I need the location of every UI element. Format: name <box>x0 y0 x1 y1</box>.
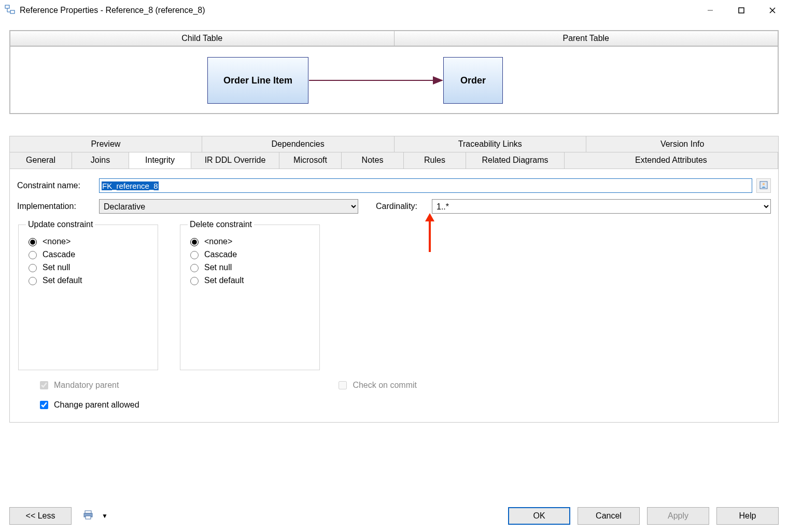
svg-rect-1 <box>10 10 15 13</box>
relation-arrow-icon <box>10 47 778 113</box>
svg-rect-0 <box>5 5 9 8</box>
mandatory-parent-checkbox: Mandatory parent <box>38 380 119 391</box>
svg-point-8 <box>763 183 765 185</box>
app-icon <box>4 4 16 17</box>
tab-dependencies[interactable]: Dependencies <box>202 136 395 152</box>
integrity-tab-body: Constraint name: FK_reference_8 Implem <box>9 169 779 423</box>
apply-button: Apply <box>647 507 709 525</box>
minimize-button[interactable] <box>695 0 726 21</box>
child-entity-box[interactable]: Order Line Item <box>207 57 308 104</box>
user-icon <box>759 181 768 191</box>
check-on-commit-checkbox: Check on commit <box>336 380 417 391</box>
tab-ir-ddl-override[interactable]: IR DDL Override <box>191 152 279 169</box>
delete-cascade-radio[interactable]: Cascade <box>188 249 312 259</box>
print-button[interactable] <box>81 509 95 523</box>
titlebar: Reference Properties - Reference_8 (refe… <box>0 0 788 21</box>
svg-rect-3 <box>739 8 744 13</box>
delete-setdefault-radio[interactable]: Set default <box>188 275 312 285</box>
tab-preview[interactable]: Preview <box>10 136 202 152</box>
help-button[interactable]: Help <box>716 507 779 525</box>
window-title: Reference Properties - Reference_8 (refe… <box>20 6 205 15</box>
cancel-button[interactable]: Cancel <box>578 507 640 525</box>
update-constraint-legend: Update constraint <box>26 220 95 229</box>
change-parent-allowed-checkbox[interactable]: Change parent allowed <box>38 399 771 411</box>
svg-rect-12 <box>86 516 91 519</box>
child-table-header: Child Table <box>10 31 395 46</box>
dialog-footer: << Less ▼ OK Cancel Apply Help <box>0 502 788 532</box>
tab-notes[interactable]: Notes <box>342 152 404 169</box>
relation-header: Child Table Parent Table <box>9 30 779 47</box>
implementation-label: Implementation: <box>17 202 95 211</box>
tab-row-1: Preview Dependencies Traceability Links … <box>9 136 779 152</box>
close-button[interactable] <box>757 0 788 21</box>
tab-microsoft[interactable]: Microsoft <box>279 152 342 169</box>
tab-extended-attributes[interactable]: Extended Attributes <box>565 152 778 169</box>
cardinality-select[interactable]: 1..* <box>432 199 771 214</box>
tab-rules[interactable]: Rules <box>404 152 466 169</box>
tab-integrity[interactable]: Integrity <box>129 152 191 169</box>
update-none-radio[interactable]: <none> <box>26 236 150 246</box>
constraint-name-value: FK_reference_8 <box>102 181 159 190</box>
maximize-button[interactable] <box>726 0 757 21</box>
delete-none-radio[interactable]: <none> <box>188 236 312 246</box>
tab-general[interactable]: General <box>10 152 72 169</box>
implementation-select[interactable]: Declarative <box>99 199 358 214</box>
print-dropdown-caret-icon[interactable]: ▼ <box>102 512 108 520</box>
svg-rect-10 <box>85 511 91 513</box>
tab-version-info[interactable]: Version Info <box>586 136 778 152</box>
user-action-button[interactable] <box>756 178 771 193</box>
tab-row-2: General Joins Integrity IR DDL Override … <box>9 152 779 169</box>
print-icon <box>83 510 93 523</box>
relation-diagram: Order Line Item Order <box>9 47 779 114</box>
cardinality-label: Cardinality: <box>376 202 428 211</box>
constraint-name-label: Constraint name: <box>17 181 95 190</box>
delete-constraint-legend: Delete constraint <box>188 220 254 229</box>
parent-table-header: Parent Table <box>395 31 778 46</box>
delete-setnull-radio[interactable]: Set null <box>188 262 312 272</box>
tab-traceability[interactable]: Traceability Links <box>395 136 587 152</box>
update-setdefault-radio[interactable]: Set default <box>26 275 150 285</box>
constraint-name-input[interactable]: FK_reference_8 <box>99 178 752 193</box>
delete-constraint-group: Delete constraint <none> Cascade Set nul… <box>180 220 320 370</box>
update-constraint-group: Update constraint <none> Cascade Set nul… <box>18 220 158 370</box>
annotation-arrow-icon <box>422 213 438 256</box>
tab-joins[interactable]: Joins <box>72 152 129 169</box>
ok-button[interactable]: OK <box>508 507 570 525</box>
parent-entity-box[interactable]: Order <box>443 57 503 104</box>
tab-related-diagrams[interactable]: Related Diagrams <box>466 152 565 169</box>
update-setnull-radio[interactable]: Set null <box>26 262 150 272</box>
less-button[interactable]: << Less <box>9 507 72 525</box>
dialog-window: Reference Properties - Reference_8 (refe… <box>0 0 788 532</box>
update-cascade-radio[interactable]: Cascade <box>26 249 150 259</box>
